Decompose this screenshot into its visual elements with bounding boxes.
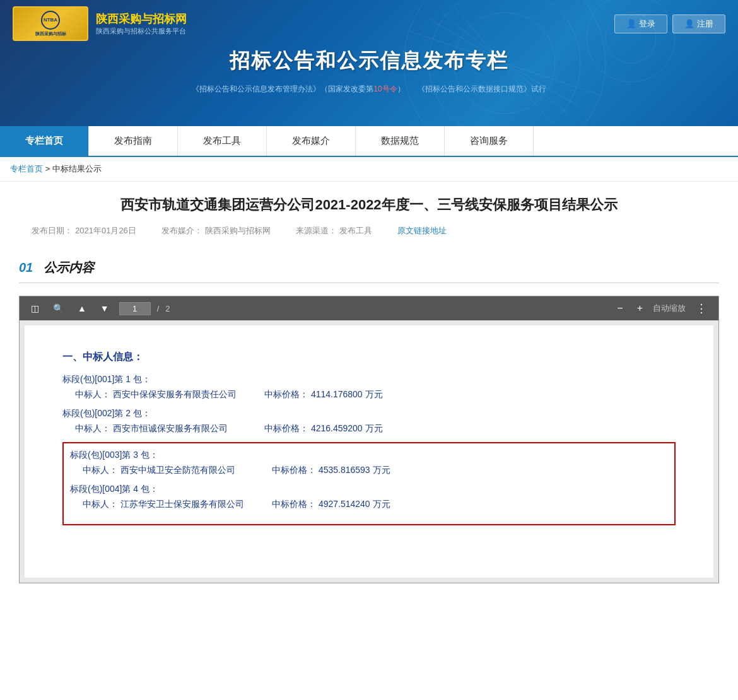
pdf-lot-3-detail: 中标人： 西安中城卫安全防范有限公司 中标价格： 4535.816593 万元: [70, 465, 668, 476]
site-sub: 陕西采购与招标公共服务平台: [96, 26, 187, 36]
pdf-lot-2-title: 标段(包)[002]第 2 包：: [62, 408, 676, 419]
pdf-zoom-in-button[interactable]: +: [633, 301, 647, 315]
original-link[interactable]: 原文链接地址: [397, 225, 447, 236]
source-label: 来源渠道：: [296, 225, 337, 236]
pdf-lot-1: 标段(包)[001]第 1 包： 中标人： 西安中保保安服务有限责任公司 中标价…: [62, 374, 676, 400]
breadcrumb-home-link[interactable]: 专栏首页: [10, 164, 43, 173]
pdf-lot-1-winner: 西安中保保安服务有限责任公司: [113, 389, 237, 399]
pdf-next-button[interactable]: ▼: [97, 301, 113, 315]
logo-circle: NTBA: [41, 11, 60, 30]
publish-date-value: 2021年01月26日: [75, 225, 136, 236]
nav-item-standard[interactable]: 数据规范: [356, 126, 445, 156]
breadcrumb-current: 中标结果公示: [52, 164, 102, 173]
meta-publish-date: 发布日期： 2021年01月26日: [32, 225, 136, 236]
main-content: 西安市轨道交通集团运营分公司2021-2022年度一、三号线安保服务项目结果公示…: [0, 182, 738, 596]
section-heading: 01 公示内容: [19, 259, 719, 276]
pdf-toolbar: ◫ 🔍 ▲ ▼ / 2 − + 自动缩放 ⋮: [20, 296, 718, 320]
pdf-content: 一、中标人信息： 标段(包)[001]第 1 包： 中标人： 西安中保保安服务有…: [25, 325, 713, 578]
pdf-lot-1-price: 4114.176800 万元: [311, 389, 383, 399]
logo-text-area: 陕西采购与招标网 陕西采购与招标公共服务平台: [96, 11, 187, 36]
user-icon: 👤: [626, 19, 636, 28]
pdf-section-title: 一、中标人信息：: [62, 351, 676, 364]
pdf-viewer: ◫ 🔍 ▲ ▼ / 2 − + 自动缩放 ⋮ 一、中标人信息： 标段(包)[00…: [19, 296, 719, 583]
header-buttons: 👤 登录 👤 注册: [614, 15, 725, 33]
pdf-lot-2-detail: 中标人： 西安市恒诚保安服务有限公司 中标价格： 4216.459200 万元: [62, 423, 676, 435]
pdf-lot-4-winner: 江苏华安卫士保安服务有限公司: [120, 499, 244, 509]
pdf-page-separator: /: [157, 304, 160, 313]
nav-item-guide[interactable]: 发布指南: [89, 126, 178, 156]
header: NTBA 陕西采购与招标 陕西采购与招标网 陕西采购与招标公共服务平台 👤 登录…: [0, 0, 738, 126]
site-name: 陕西采购与招标网: [96, 11, 187, 26]
user-icon-2: 👤: [684, 19, 694, 28]
nav-bar: 专栏首页 发布指南 发布工具 发布媒介 数据规范 咨询服务: [0, 126, 738, 157]
pdf-search-button[interactable]: 🔍: [49, 301, 67, 315]
media-value: 陕西采购与招标网: [205, 225, 271, 236]
pdf-lot-3-winner: 西安中城卫安全防范有限公司: [120, 465, 235, 475]
header-title-area: 招标公告和公示信息发布专栏 《招标公告和公示信息发布管理办法》（国家发改委第10…: [13, 47, 725, 95]
pdf-lot-2: 标段(包)[002]第 2 包： 中标人： 西安市恒诚保安服务有限公司 中标价格…: [62, 408, 676, 435]
article-title: 西安市轨道交通集团运营分公司2021-2022年度一、三号线安保服务项目结果公示: [19, 194, 719, 215]
section-number: 01: [19, 260, 33, 274]
pdf-page-input[interactable]: [119, 302, 151, 315]
nav-item-consult[interactable]: 咨询服务: [445, 126, 534, 156]
pdf-page-total: 2: [165, 304, 170, 313]
meta-source: 来源渠道： 发布工具: [296, 225, 372, 236]
nav-item-home[interactable]: 专栏首页: [0, 126, 89, 156]
pdf-highlighted-section: 标段(包)[003]第 3 包： 中标人： 西安中城卫安全防范有限公司 中标价格…: [62, 442, 676, 525]
nav-item-media[interactable]: 发布媒介: [267, 126, 356, 156]
publish-date-label: 发布日期：: [32, 225, 73, 236]
pdf-lot-1-detail: 中标人： 西安中保保安服务有限责任公司 中标价格： 4114.176800 万元: [62, 389, 676, 400]
meta-media: 发布媒介： 陕西采购与招标网: [161, 225, 271, 236]
media-label: 发布媒介：: [161, 225, 202, 236]
section-divider: [19, 283, 719, 283]
section-title: 公示内容: [44, 260, 94, 274]
source-value: 发布工具: [339, 225, 372, 236]
pdf-lot-2-price: 4216.459200 万元: [311, 423, 383, 433]
pdf-prev-button[interactable]: ▲: [74, 301, 90, 315]
pdf-lot-3-title: 标段(包)[003]第 3 包：: [70, 450, 668, 461]
header-title: 招标公告和公示信息发布专栏: [13, 47, 725, 75]
article-meta: 发布日期： 2021年01月26日 发布媒介： 陕西采购与招标网 来源渠道： 发…: [19, 225, 719, 247]
breadcrumb: 专栏首页 > 中标结果公示: [0, 157, 738, 182]
login-button[interactable]: 👤 登录: [614, 15, 667, 33]
logo-box: NTBA 陕西采购与招标: [13, 6, 88, 41]
meta-original-link: 原文链接地址: [397, 225, 447, 236]
pdf-lot-1-title: 标段(包)[001]第 1 包：: [62, 374, 676, 385]
pdf-lot-4: 标段(包)[004]第 4 包： 中标人： 江苏华安卫士保安服务有限公司 中标价…: [70, 484, 668, 510]
pdf-more-button[interactable]: ⋮: [692, 300, 711, 317]
nav-item-tool[interactable]: 发布工具: [178, 126, 267, 156]
pdf-lot-4-price: 4927.514240 万元: [319, 499, 390, 509]
header-subtitle: 《招标公告和公示信息发布管理办法》（国家发改委第10号令） 《招标公告和公示数据…: [13, 84, 725, 95]
breadcrumb-separator: >: [45, 164, 50, 173]
pdf-lot-4-title: 标段(包)[004]第 4 包：: [70, 484, 668, 495]
pdf-zoom-out-button[interactable]: −: [613, 301, 626, 315]
register-button[interactable]: 👤 注册: [672, 15, 725, 33]
pdf-lot-2-winner: 西安市恒诚保安服务有限公司: [113, 423, 228, 433]
pdf-panel-toggle-button[interactable]: ◫: [27, 301, 43, 315]
pdf-lot-4-detail: 中标人： 江苏华安卫士保安服务有限公司 中标价格： 4927.514240 万元: [70, 499, 668, 510]
pdf-lot-3-price: 4535.816593 万元: [319, 465, 390, 475]
logo-area: NTBA 陕西采购与招标 陕西采购与招标网 陕西采购与招标公共服务平台: [13, 6, 187, 41]
pdf-auto-label: 自动缩放: [653, 303, 686, 314]
pdf-lot-3: 标段(包)[003]第 3 包： 中标人： 西安中城卫安全防范有限公司 中标价格…: [70, 450, 668, 476]
